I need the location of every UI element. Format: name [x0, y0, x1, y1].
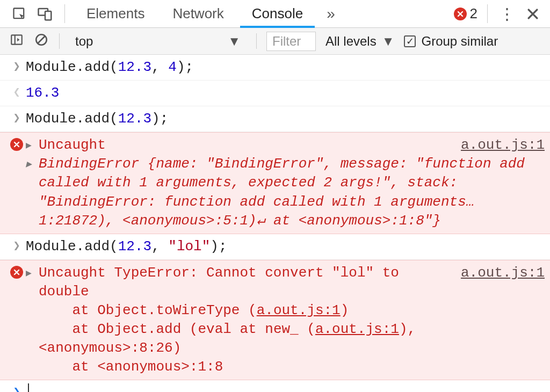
tab-label: Network — [172, 5, 223, 22]
log-level-selector[interactable]: All levels ▼ — [325, 34, 394, 49]
error-source-link[interactable]: a.out.js:1 — [461, 264, 545, 282]
tab-label: Elements — [86, 5, 144, 22]
toggle-device-icon[interactable] — [35, 4, 55, 24]
output-chevron-icon — [8, 84, 26, 103]
filter-input[interactable]: Filter — [266, 32, 316, 51]
error-stack: at Object.toWireType (a.out.js:1) at Obj… — [26, 301, 545, 376]
tab-label: Console — [252, 5, 303, 22]
kebab-menu-icon[interactable]: ⋮ — [497, 4, 517, 24]
close-icon[interactable] — [523, 4, 542, 24]
text-cursor — [28, 383, 29, 392]
checkbox-checked-icon: ✓ — [404, 35, 416, 47]
tab-console[interactable]: Console — [240, 0, 315, 27]
error-source-link[interactable]: a.out.js:1 — [461, 136, 545, 155]
console-error-row[interactable]: ▶ Uncaught TypeError: Cannot convert "lo… — [0, 260, 550, 381]
filter-placeholder: Filter — [272, 34, 301, 49]
inspect-element-icon[interactable] — [10, 4, 29, 24]
prompt-chevron-icon — [8, 383, 26, 392]
panel-tabs: Elements Network Console — [75, 0, 315, 27]
group-similar-toggle[interactable]: ✓ Group similar — [404, 34, 498, 49]
error-count-value: 2 — [470, 5, 477, 22]
console-input-row[interactable]: Module.add(12.3); — [0, 106, 550, 132]
group-similar-label: Group similar — [421, 34, 498, 49]
console-output: Module.add(12.3, 4); 16.3 Module.add(12.… — [0, 55, 550, 392]
separator — [487, 4, 488, 23]
context-value: top — [75, 34, 93, 49]
input-chevron-icon — [8, 110, 26, 128]
disclosure-triangle-icon[interactable]: ▶ — [26, 136, 34, 152]
disclosure-triangle-icon[interactable]: ▶ — [26, 264, 34, 280]
console-output-row: 16.3 — [0, 81, 550, 106]
output-value: 16.3 — [26, 85, 59, 101]
chevron-down-icon: ▼ — [228, 34, 241, 49]
console-input-row[interactable]: Module.add(12.3, "lol"); — [0, 234, 550, 260]
error-badge-icon — [454, 8, 467, 20]
tab-network[interactable]: Network — [161, 0, 235, 27]
svg-rect-3 — [11, 35, 22, 44]
stack-source-link[interactable]: a.out.js:1 — [315, 321, 399, 337]
stack-source-link[interactable]: a.out.js:1 — [257, 302, 341, 318]
chevron-down-icon: ▼ — [382, 34, 395, 49]
log-level-label: All levels — [325, 34, 377, 49]
separator — [64, 4, 65, 23]
disclosure-triangle-icon[interactable]: ▶ — [26, 155, 34, 171]
tab-elements[interactable]: Elements — [75, 0, 156, 27]
input-code: Module.add(12.3, 4); — [26, 58, 545, 77]
console-prompt-row[interactable] — [0, 380, 550, 392]
error-object: BindingError {name: "BindingError", mess… — [39, 155, 545, 230]
clear-console-icon[interactable] — [34, 33, 49, 50]
error-icon — [10, 266, 23, 279]
separator — [256, 33, 257, 49]
input-chevron-icon — [8, 58, 26, 77]
more-tabs-icon[interactable]: » — [321, 4, 341, 24]
svg-rect-2 — [45, 11, 51, 20]
error-icon — [10, 138, 23, 151]
error-title: Uncaught TypeError: Cannot convert "lol"… — [39, 264, 446, 301]
separator — [59, 33, 60, 49]
input-code: Module.add(12.3, "lol"); — [26, 237, 545, 256]
console-error-row[interactable]: ▶ Uncaught a.out.js:1 ▶ BindingError {na… — [0, 132, 550, 234]
error-count[interactable]: 2 — [454, 5, 477, 22]
input-chevron-icon — [8, 237, 26, 256]
context-selector[interactable]: top ▼ — [69, 32, 247, 51]
console-toolbar: top ▼ Filter All levels ▼ ✓ Group simila… — [0, 28, 550, 55]
error-title: Uncaught — [39, 136, 446, 155]
input-code: Module.add(12.3); — [26, 110, 545, 128]
devtools-tabbar: Elements Network Console » 2 ⋮ — [0, 0, 550, 28]
show-sidebar-icon[interactable] — [10, 33, 25, 50]
console-input-row[interactable]: Module.add(12.3, 4); — [0, 55, 550, 81]
